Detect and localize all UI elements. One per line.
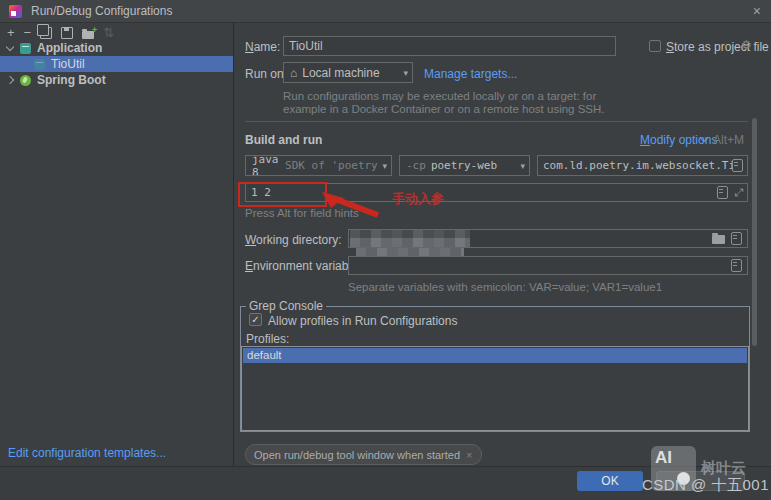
name-input[interactable]: TioUtil	[283, 36, 616, 56]
insert-macros-icon[interactable]	[732, 159, 743, 172]
application-type-icon	[34, 59, 45, 70]
name-input-value: TioUtil	[289, 39, 323, 53]
before-launch-tag[interactable]: Open run/debug tool window when started …	[245, 444, 482, 465]
save-configuration-icon[interactable]	[61, 27, 73, 39]
allow-profiles-checkbox[interactable]: ✓	[249, 313, 262, 326]
redacted-working-directory-value	[350, 230, 470, 247]
run-on-label: Run on:	[245, 67, 287, 81]
section-divider	[245, 121, 748, 122]
jre-description: SDK of 'poetry-w	[285, 159, 391, 172]
new-folder-icon[interactable]	[82, 31, 94, 39]
before-launch-tag-label: Open run/debug tool window when started	[254, 449, 460, 461]
browse-folder-icon[interactable]	[712, 235, 725, 244]
insert-macros-icon[interactable]	[731, 259, 742, 272]
build-and-run-title: Build and run	[245, 133, 322, 147]
profile-list-item[interactable]: default	[243, 348, 747, 363]
watermark-logo-text: AI	[655, 448, 672, 468]
remove-tag-icon[interactable]: ×	[466, 449, 472, 461]
tree-group-application[interactable]: Application	[0, 40, 233, 56]
expand-field-icon[interactable]: ⤢	[734, 186, 743, 199]
insert-macros-icon[interactable]	[717, 186, 728, 199]
insert-macros-icon[interactable]	[731, 232, 742, 245]
tree-group-label: Application	[37, 41, 102, 55]
run-on-select[interactable]: ⌂ Local machine ▾	[283, 62, 413, 83]
tree-group-label: Spring Boot	[37, 73, 106, 87]
chevron-right-icon[interactable]	[6, 76, 14, 84]
vertical-scrollbar[interactable]	[752, 118, 757, 346]
dialog-titlebar: Run/Debug Configurations ×	[0, 0, 771, 23]
profiles-list: default	[241, 346, 749, 431]
intellij-logo-icon	[9, 5, 22, 18]
name-label: Name:	[245, 40, 280, 54]
jre-value: java 8	[252, 155, 280, 176]
annotation-highlight-box	[238, 182, 327, 207]
remove-configuration-icon[interactable]: −	[24, 26, 32, 40]
manage-targets-link[interactable]: Manage targets...	[424, 67, 517, 81]
edit-configuration-templates-link[interactable]: Edit configuration templates...	[8, 446, 166, 460]
grep-console-legend: Grep Console	[246, 299, 326, 313]
jre-select[interactable]: java 8 SDK of 'poetry-w ▾	[245, 155, 392, 176]
working-directory-label: Working directory:	[245, 233, 341, 247]
run-on-hint-line1: Run configurations may be executed local…	[283, 90, 596, 102]
gear-icon[interactable]: ⚙	[741, 38, 752, 52]
configurations-sidebar: + − ⇅ Application TioUtil Spring Boot Ed…	[0, 22, 234, 466]
cp-module-value: poetry-web	[431, 159, 497, 172]
chevron-down-icon: ▾	[399, 68, 412, 78]
check-icon: ✓	[251, 314, 259, 325]
chevron-down-icon[interactable]	[6, 43, 14, 51]
store-as-project-file-checkbox[interactable]	[649, 40, 661, 52]
main-class-input[interactable]: com.ld.poetry.im.websocket.TioUtil	[537, 155, 748, 176]
copy-configuration-icon[interactable]	[40, 27, 52, 39]
chevron-down-icon: ▾	[516, 161, 529, 171]
run-on-value: Local machine	[302, 66, 379, 80]
add-configuration-icon[interactable]: +	[7, 26, 15, 40]
tree-item-label: TioUtil	[51, 57, 85, 71]
annotation-arrow	[320, 190, 382, 218]
main-class-value: com.ld.poetry.im.websocket.TioUtil	[543, 159, 732, 172]
dialog-title: Run/Debug Configurations	[31, 4, 172, 18]
sort-configurations-icon: ⇅	[103, 26, 114, 40]
spring-boot-icon	[20, 75, 31, 86]
modify-options-shortcut: Alt+M	[713, 133, 744, 147]
close-icon[interactable]: ×	[753, 0, 761, 22]
classpath-module-select[interactable]: -cp poetry-web ▾	[399, 155, 530, 176]
store-as-project-file-label: Store as project file	[666, 40, 769, 54]
run-debug-configurations-dialog: Run/Debug Configurations × + − ⇅ Applica…	[0, 0, 771, 500]
environment-variables-hint: Separate variables with semicolon: VAR=v…	[348, 281, 662, 293]
cp-flag: -cp	[406, 159, 426, 172]
home-icon: ⌂	[290, 66, 297, 80]
run-on-hint-line2: example in a Docker Container or on a re…	[283, 103, 605, 115]
watermark-credit: CSDN @ 十五001	[642, 476, 769, 495]
application-type-icon	[20, 43, 31, 54]
tree-item-tioutil[interactable]: TioUtil	[0, 56, 233, 72]
annotation-text: 手动入参	[392, 190, 444, 208]
chevron-down-icon: ▾	[378, 161, 391, 171]
profiles-label: Profiles:	[246, 332, 289, 346]
ok-button[interactable]: OK	[577, 471, 643, 491]
allow-profiles-label: Allow profiles in Run Configurations	[268, 314, 457, 328]
tree-group-spring-boot[interactable]: Spring Boot	[0, 72, 233, 88]
environment-variables-input[interactable]	[348, 256, 748, 275]
